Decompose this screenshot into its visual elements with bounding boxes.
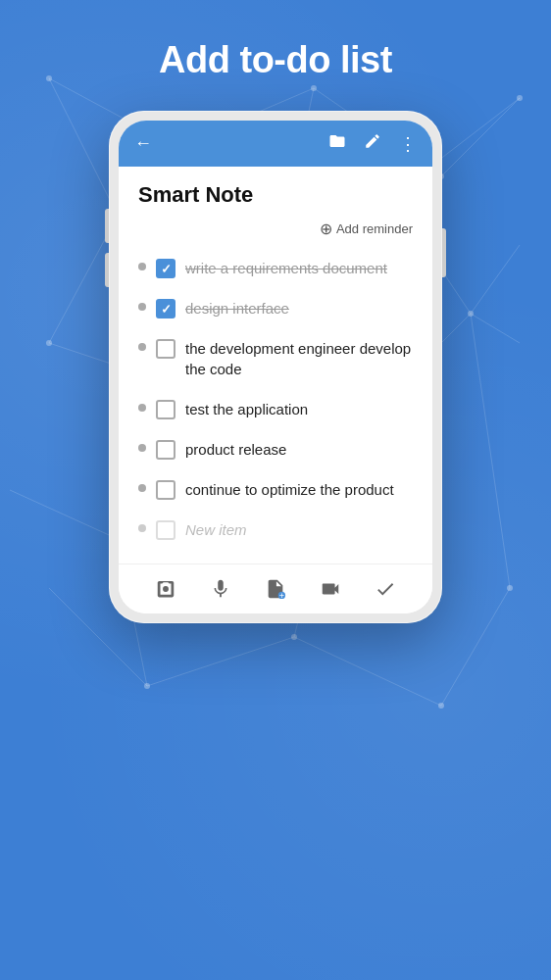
svg-point-36 [46, 340, 52, 346]
todo-text-3: the development engineer develop the cod… [185, 338, 413, 379]
app-content: Smart Note ⊕ Add reminder write a requir… [119, 167, 432, 564]
bullet-point [138, 343, 146, 351]
svg-line-24 [441, 588, 510, 706]
volume-up-button [105, 209, 109, 243]
app-topbar: ← ⋮ [119, 121, 432, 167]
back-icon[interactable]: ← [134, 133, 152, 154]
bullet-point [138, 444, 146, 452]
checkbox-5[interactable] [156, 440, 175, 460]
todo-list: write a requirements document design int… [138, 250, 413, 548]
volume-down-button [105, 253, 109, 287]
todo-text-4: test the application [185, 399, 413, 419]
list-item: New item [138, 512, 413, 548]
svg-point-42 [291, 634, 297, 640]
add-file-icon[interactable]: + [265, 578, 286, 600]
bullet-point [138, 404, 146, 412]
svg-line-23 [294, 637, 441, 706]
todo-text-5: product release [185, 439, 413, 460]
svg-line-18 [10, 490, 118, 539]
svg-point-43 [438, 703, 444, 709]
todo-text-1: write a requirements document [185, 258, 413, 278]
page-title: Add to-do list [159, 39, 392, 81]
bullet-point [138, 484, 146, 492]
svg-point-28 [46, 75, 52, 81]
svg-point-44 [507, 585, 513, 591]
svg-line-20 [471, 314, 520, 343]
bottom-navigation: + [119, 564, 432, 613]
list-item: the development engineer develop the cod… [138, 330, 413, 387]
camera-icon[interactable] [155, 578, 176, 600]
checkbox-7[interactable] [156, 520, 175, 540]
more-options-icon[interactable]: ⋮ [399, 133, 417, 155]
video-icon[interactable] [320, 578, 341, 600]
reminder-icon: ⊕ [320, 220, 332, 238]
list-item: write a requirements document [138, 250, 413, 286]
add-reminder-button[interactable]: ⊕ Add reminder [138, 220, 413, 238]
svg-point-30 [311, 85, 317, 91]
svg-line-3 [441, 98, 520, 176]
svg-point-38 [468, 311, 474, 317]
svg-line-4 [49, 78, 118, 216]
todo-text-placeholder[interactable]: New item [185, 519, 413, 540]
checkbox-2[interactable] [156, 299, 175, 318]
edit-icon[interactable] [364, 132, 381, 155]
todo-text-6: continue to optimize the product [185, 479, 413, 500]
microphone-icon[interactable] [210, 578, 231, 600]
note-title: Smart Note [138, 182, 413, 208]
checkbox-6[interactable] [156, 480, 175, 500]
add-reminder-label: Add reminder [336, 221, 413, 236]
todo-text-2: design interface [185, 298, 413, 318]
svg-point-32 [517, 95, 523, 101]
bullet-point [138, 263, 146, 270]
list-item: test the application [138, 391, 413, 427]
phone-mockup: ← ⋮ Smart Note ⊕ Add reminder [109, 111, 442, 623]
power-button [442, 228, 446, 277]
checkbox-4[interactable] [156, 400, 175, 419]
list-item: design interface [138, 290, 413, 326]
list-item: product release [138, 431, 413, 467]
folder-icon[interactable] [328, 132, 346, 155]
bullet-point [138, 524, 146, 532]
svg-line-27 [471, 314, 510, 588]
bullet-point [138, 303, 146, 311]
svg-point-41 [144, 683, 150, 689]
checkmark-icon[interactable] [375, 578, 396, 600]
checkbox-3[interactable] [156, 339, 175, 359]
svg-text:+: + [279, 591, 284, 600]
svg-line-22 [147, 637, 294, 686]
svg-line-15 [471, 245, 520, 314]
checkbox-1[interactable] [156, 259, 175, 278]
list-item: continue to optimize the product [138, 471, 413, 508]
